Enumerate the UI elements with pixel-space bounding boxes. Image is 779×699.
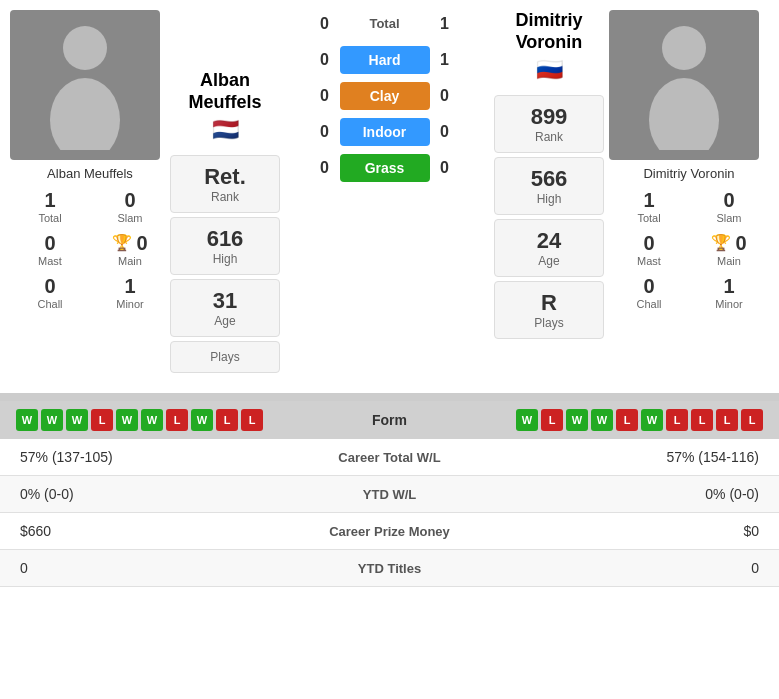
right-minor-stat: 1 Minor — [689, 271, 769, 314]
left-plays-value: Plays — [175, 350, 275, 364]
right-player-name: Dimitriy Voronin — [609, 166, 769, 181]
stats-row-3: 0YTD Titles0 — [0, 550, 779, 587]
clay-right-score: 0 — [430, 87, 460, 105]
right-form-badge-w: W — [516, 409, 538, 431]
left-flag: 🇳🇱 — [212, 117, 239, 143]
right-high-label: High — [499, 192, 599, 206]
right-total-label: Total — [611, 212, 687, 224]
left-slam-stat: 0 Slam — [90, 185, 170, 228]
left-form-badge-l: L — [216, 409, 238, 431]
left-form-badge-w: W — [141, 409, 163, 431]
left-total-label: Total — [12, 212, 88, 224]
svg-point-0 — [63, 26, 107, 70]
left-age-label: Age — [175, 314, 275, 328]
left-rank-label: Rank — [175, 190, 275, 204]
left-total-value: 1 — [12, 189, 88, 212]
right-player-stats-grid: 1 Total 0 Slam 0 Mast 🏆 0 Main — [609, 185, 769, 314]
total-left-score: 0 — [310, 15, 340, 33]
stats-row-1: 0% (0-0)YTD W/L0% (0-0) — [0, 476, 779, 513]
top-row: Alban Meuffels 1 Total 0 Slam 0 Mast 🏆 — [0, 0, 779, 383]
grass-row: 0 Grass 0 — [280, 154, 489, 182]
right-rank-label: Rank — [499, 130, 599, 144]
svg-point-1 — [50, 78, 120, 150]
left-trophy-main: 🏆 0 Main — [90, 228, 170, 271]
stats-right-1: 0% (0-0) — [490, 486, 760, 502]
right-minor-value: 1 — [691, 275, 767, 298]
stats-right-3: 0 — [490, 560, 760, 576]
stats-center-0: Career Total W/L — [290, 450, 490, 465]
right-slam-label: Slam — [691, 212, 767, 224]
right-total-value: 1 — [611, 189, 687, 212]
left-player-stats-grid: 1 Total 0 Slam 0 Mast 🏆 0 Main — [10, 185, 170, 314]
hard-left-score: 0 — [310, 51, 340, 69]
stats-left-1: 0% (0-0) — [20, 486, 290, 502]
right-trophy-icon: 🏆 — [711, 233, 731, 252]
stats-right-2: $0 — [490, 523, 760, 539]
left-mast-label: Mast — [38, 255, 62, 267]
right-form-badge-l: L — [741, 409, 763, 431]
indoor-row: 0 Indoor 0 — [280, 118, 489, 146]
right-slam-value: 0 — [691, 189, 767, 212]
total-right-score: 1 — [430, 15, 460, 33]
total-row: 0 Total 1 — [280, 10, 489, 38]
right-main-value: 0 — [735, 232, 746, 255]
right-plays-box: R Plays — [494, 281, 604, 339]
left-age-box: 31 Age — [170, 279, 280, 337]
right-trophy-main: 🏆 0 Main — [689, 228, 769, 271]
right-age-box: 24 Age — [494, 219, 604, 277]
right-high-box: 566 High — [494, 157, 604, 215]
right-minor-label: Minor — [691, 298, 767, 310]
left-age-value: 31 — [175, 288, 275, 314]
trophy-icon: 🏆 — [112, 233, 132, 252]
stats-table: 57% (137-105)Career Total W/L57% (154-11… — [0, 439, 779, 587]
clay-label: Clay — [340, 82, 430, 110]
left-form-badge-w: W — [116, 409, 138, 431]
left-chall-label: Chall — [12, 298, 88, 310]
left-rank-box: Ret. Rank — [170, 155, 280, 213]
right-form-badge-w: W — [591, 409, 613, 431]
center-column: 0 Total 1 0 Hard 1 0 Clay 0 0 Indoor 0 0 — [280, 10, 489, 190]
right-form-badge-l: L — [666, 409, 688, 431]
hard-row: 0 Hard 1 — [280, 46, 489, 74]
right-chall-value: 0 — [611, 275, 687, 298]
right-age-label: Age — [499, 254, 599, 268]
right-form-badge-w: W — [641, 409, 663, 431]
svg-point-3 — [649, 78, 719, 150]
left-slam-value: 0 — [92, 189, 168, 212]
right-high-value: 566 — [499, 166, 599, 192]
right-mast-value: 0 — [643, 232, 654, 255]
grass-left-score: 0 — [310, 159, 340, 177]
left-form-badge-l: L — [241, 409, 263, 431]
left-minor-stat: 1 Minor — [90, 271, 170, 314]
right-plays-label: Plays — [499, 316, 599, 330]
form-section: WWWLWWLWLL Form WLWWLWLLLL — [0, 401, 779, 439]
left-high-value: 616 — [175, 226, 275, 252]
left-plays-box: Plays — [170, 341, 280, 373]
right-plays-value: R — [499, 290, 599, 316]
right-total-stat: 1 Total — [609, 185, 689, 228]
right-form-badge-w: W — [566, 409, 588, 431]
indoor-left-score: 0 — [310, 123, 340, 141]
right-player-name-big: Dimitriy Voronin — [494, 10, 604, 53]
stats-center-3: YTD Titles — [290, 561, 490, 576]
left-form-badge-w: W — [191, 409, 213, 431]
left-mast-stat: 0 Mast — [10, 228, 90, 271]
grass-right-score: 0 — [430, 159, 460, 177]
left-player-photo — [10, 10, 160, 160]
right-age-value: 24 — [499, 228, 599, 254]
left-slam-label: Slam — [92, 212, 168, 224]
main-container: Alban Meuffels 1 Total 0 Slam 0 Mast 🏆 — [0, 0, 779, 699]
form-label: Form — [372, 412, 407, 428]
right-form-badges: WLWWLWLLLL — [516, 409, 763, 431]
left-chall-value: 0 — [12, 275, 88, 298]
left-rank-value: Ret. — [175, 164, 275, 190]
right-chall-label: Chall — [611, 298, 687, 310]
right-form-badge-l: L — [716, 409, 738, 431]
left-chall-stat: 0 Chall — [10, 271, 90, 314]
left-form-badges: WWWLWWLWLL — [16, 409, 263, 431]
left-main-value: 0 — [136, 232, 147, 255]
stats-left-2: $660 — [20, 523, 290, 539]
stats-left-3: 0 — [20, 560, 290, 576]
left-form-badge-l: L — [166, 409, 188, 431]
stats-center-2: Career Prize Money — [290, 524, 490, 539]
